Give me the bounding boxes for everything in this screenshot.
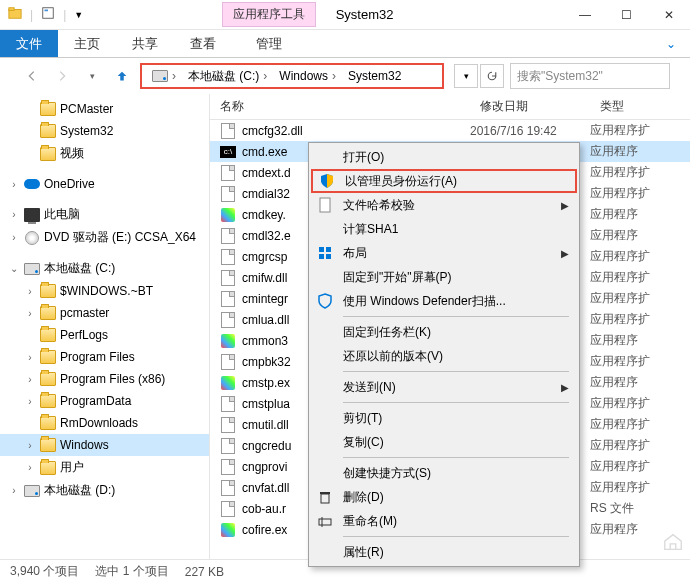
tree-item[interactable]: › 此电脑 [0,203,209,226]
tree-item[interactable]: › DVD 驱动器 (E:) CCSA_X64 [0,226,209,249]
menu-item[interactable]: 剪切(T) [311,406,577,430]
expander-icon[interactable]: › [8,209,20,221]
minimize-button[interactable]: — [564,1,606,29]
tab-view[interactable]: 查看 [174,30,232,57]
expander-icon[interactable]: › [24,395,36,407]
tree-item[interactable]: PerfLogs [0,324,209,346]
breadcrumb[interactable]: › 本地磁盘 (C:) › Windows › System32 [140,63,444,89]
file-name: cmdext.d [242,166,291,180]
menu-item[interactable]: 重命名(M) [311,509,577,533]
context-menu: 打开(O) 以管理员身份运行(A) 文件哈希校验 ▶ 计算SHA1 布局 ▶ 固… [308,142,580,567]
expander-icon[interactable] [24,417,36,429]
tree-item-label: RmDownloads [60,416,138,430]
blank-icon [315,322,335,342]
expander-icon[interactable]: › [24,351,36,363]
up-button[interactable] [110,64,134,88]
tree-item[interactable]: System32 [0,120,209,142]
column-type[interactable]: 类型 [590,98,690,115]
expander-icon[interactable]: › [8,232,20,244]
menu-item-label: 固定到任务栏(K) [343,324,431,341]
close-button[interactable]: ✕ [648,1,690,29]
file-row[interactable]: cmcfg32.dll 2016/7/16 19:42 应用程序扩 [210,120,690,141]
tree-item[interactable]: RmDownloads [0,412,209,434]
menu-item[interactable]: 删除(D) [311,485,577,509]
file-name: cmlua.dll [242,313,289,327]
file-tab[interactable]: 文件 [0,30,58,57]
menu-item-label: 创建快捷方式(S) [343,465,431,482]
properties-icon[interactable] [41,6,55,23]
file-name: cmgrcsp [242,250,287,264]
blank-icon [315,219,335,239]
menu-item[interactable]: 固定到"开始"屏幕(P) [311,265,577,289]
tab-manage[interactable]: 管理 [240,30,298,57]
expander-icon[interactable]: › [24,439,36,451]
menu-item[interactable]: 属性(R) [311,540,577,564]
expander-icon[interactable]: ⌄ [8,263,20,275]
expander-icon[interactable]: › [24,285,36,297]
column-name[interactable]: 名称 [210,98,470,115]
dropdown-icon[interactable]: ▼ [74,10,83,20]
tree-item[interactable]: › Windows [0,434,209,456]
blank-icon [315,377,335,397]
file-type: 应用程序 [590,332,690,349]
expander-icon[interactable] [24,125,36,137]
item-count: 3,940 个项目 [10,563,79,579]
pc-icon [24,207,40,223]
svg-rect-2 [43,8,54,19]
file-type: 应用程序 [590,374,690,391]
menu-item[interactable]: 以管理员身份运行(A) [311,169,577,193]
ribbon-expand-icon[interactable]: ⌄ [652,30,690,57]
menu-item[interactable]: 复制(C) [311,430,577,454]
tree-item[interactable]: › $WINDOWS.~BT [0,280,209,302]
maximize-button[interactable]: ☐ [606,1,648,29]
expander-icon[interactable]: › [24,307,36,319]
menu-item[interactable]: 发送到(N) ▶ [311,375,577,399]
tree-item-label: 用户 [60,459,84,476]
expander-icon[interactable]: › [24,373,36,385]
blank-icon [315,267,335,287]
tree-item[interactable]: › 用户 [0,456,209,479]
tree-item[interactable]: › Program Files [0,346,209,368]
menu-item[interactable]: 创建快捷方式(S) [311,461,577,485]
menu-item[interactable]: 固定到任务栏(K) [311,320,577,344]
tree-item[interactable]: › 本地磁盘 (D:) [0,479,209,502]
file-icon [220,228,236,244]
tree-item[interactable]: PCMaster [0,98,209,120]
tab-home[interactable]: 主页 [58,30,116,57]
menu-item[interactable]: 布局 ▶ [311,241,577,265]
tree-item[interactable]: 视频 [0,142,209,165]
menu-item-label: 复制(C) [343,434,384,451]
quick-access-toolbar: | | ▼ [0,6,91,23]
tree-item[interactable]: › Program Files (x86) [0,368,209,390]
menu-item[interactable]: 打开(O) [311,145,577,169]
search-input[interactable]: 搜索"System32" [510,63,670,89]
navigation-tree[interactable]: PCMaster System32 视频 › OneDrive › 此电脑 › … [0,94,210,559]
expander-icon[interactable]: › [8,485,20,497]
qat-separator: | [63,8,66,22]
menu-item[interactable]: 还原以前的版本(V) [311,344,577,368]
expander-icon[interactable] [24,329,36,341]
svg-rect-3 [45,10,49,12]
expander-icon[interactable] [24,103,36,115]
forward-button[interactable] [50,64,74,88]
breadcrumb-root-icon[interactable]: › [146,65,182,87]
recent-dropdown-icon[interactable]: ▾ [80,64,104,88]
file-name: cmpbk32 [242,355,291,369]
tree-item[interactable]: › pcmaster [0,302,209,324]
tree-item[interactable]: ⌄ 本地磁盘 (C:) [0,257,209,280]
menu-item[interactable]: 计算SHA1 [311,217,577,241]
expander-icon[interactable]: › [8,178,20,190]
blank-icon [315,346,335,366]
back-button[interactable] [20,64,44,88]
address-dropdown-icon[interactable]: ▾ [454,64,478,88]
column-date[interactable]: 修改日期 [470,98,590,115]
tab-share[interactable]: 共享 [116,30,174,57]
menu-item[interactable]: 文件哈希校验 ▶ [311,193,577,217]
tree-item[interactable]: › OneDrive [0,173,209,195]
expander-icon[interactable]: › [24,462,36,474]
expander-icon[interactable] [24,148,36,160]
tree-item[interactable]: › ProgramData [0,390,209,412]
svg-rect-11 [319,519,331,525]
refresh-button[interactable] [480,64,504,88]
menu-item[interactable]: 使用 Windows Defender扫描... [311,289,577,313]
